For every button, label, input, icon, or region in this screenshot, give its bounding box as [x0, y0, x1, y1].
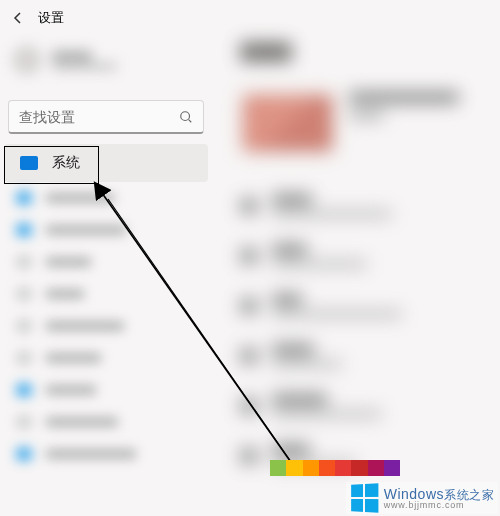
- nav-item-blurred[interactable]: [0, 214, 212, 246]
- nav-item-blurred[interactable]: [0, 406, 212, 438]
- windows-logo-icon: [351, 483, 378, 513]
- nav-item-blurred[interactable]: [0, 438, 212, 470]
- svg-point-0: [181, 111, 190, 120]
- nav-item-blurred[interactable]: [0, 310, 212, 342]
- nav-item-blurred[interactable]: [0, 342, 212, 374]
- nav-item-system[interactable]: 系统: [4, 144, 208, 182]
- account-block[interactable]: [0, 42, 212, 78]
- decorative-gradient: [270, 460, 400, 476]
- search-input[interactable]: [19, 109, 159, 125]
- nav-list: 系统: [0, 144, 212, 470]
- watermark: Windows系统之家 www.bjjmmc.com: [346, 482, 498, 514]
- search-icon: [179, 110, 193, 124]
- system-icon: [20, 156, 38, 170]
- nav-label: 系统: [52, 154, 80, 172]
- content-pane: [240, 36, 500, 516]
- app-title: 设置: [38, 9, 64, 27]
- nav-item-blurred[interactable]: [0, 374, 212, 406]
- nav-item-blurred[interactable]: [0, 182, 212, 214]
- nav-item-blurred[interactable]: [0, 278, 212, 310]
- avatar: [12, 45, 42, 75]
- back-button[interactable]: [10, 10, 26, 26]
- svg-line-1: [189, 119, 192, 122]
- search-box[interactable]: [8, 100, 204, 134]
- nav-item-blurred[interactable]: [0, 246, 212, 278]
